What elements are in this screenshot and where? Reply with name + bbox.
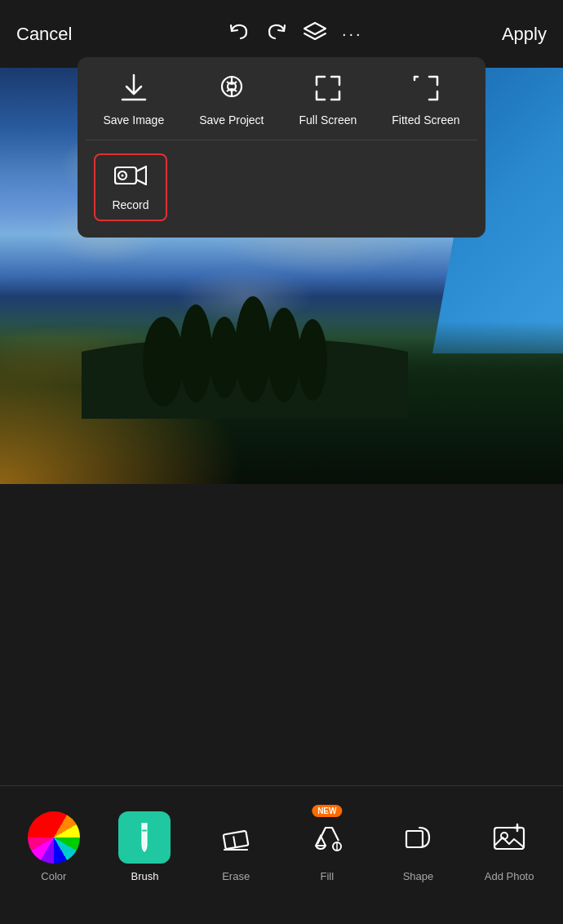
svg-rect-25 xyxy=(494,828,524,849)
eraser-svg xyxy=(218,820,254,855)
fill-icon: NEW xyxy=(301,811,353,864)
svg-point-17 xyxy=(298,319,327,401)
svg-point-10 xyxy=(122,175,124,177)
shape-icon xyxy=(392,811,444,864)
dropdown-menu: Save Image Save Project xyxy=(78,57,485,238)
dropdown-row1: Save Image Save Project xyxy=(86,73,477,140)
fitted-icon xyxy=(411,73,441,107)
fullscreen-icon xyxy=(313,73,343,107)
top-bar-center: ··· xyxy=(228,20,363,49)
picsart-icon xyxy=(219,73,245,107)
save-image-button[interactable]: Save Image xyxy=(95,73,172,127)
color-label: Color xyxy=(41,870,66,882)
fitted-screen-button[interactable]: Fitted Screen xyxy=(383,73,468,127)
svg-point-14 xyxy=(210,317,239,398)
tool-erase[interactable]: Erase xyxy=(203,811,268,882)
top-bar-left: Cancel xyxy=(16,24,88,45)
add-photo-label: Add Photo xyxy=(485,870,534,882)
svg-marker-0 xyxy=(304,23,326,34)
erase-icon xyxy=(210,811,262,864)
addphoto-svg xyxy=(491,820,527,855)
tool-brush[interactable]: Brush xyxy=(112,811,177,882)
bottom-toolbar: Color Brush Erase NEW xyxy=(0,785,563,924)
record-label: Record xyxy=(112,198,149,211)
brush-label: Brush xyxy=(131,870,159,882)
svg-rect-24 xyxy=(406,831,423,847)
cancel-button[interactable]: Cancel xyxy=(16,24,72,45)
trees-silhouette xyxy=(82,255,408,419)
save-project-button[interactable]: Save Project xyxy=(191,73,272,127)
new-badge: NEW xyxy=(312,805,342,817)
svg-point-13 xyxy=(180,304,212,402)
color-wheel xyxy=(28,811,80,864)
dropdown-row2: Record xyxy=(86,140,477,221)
tool-fill[interactable]: NEW Fill xyxy=(295,811,360,882)
brush-svg xyxy=(124,817,166,859)
erase-label: Erase xyxy=(222,870,250,882)
fill-svg xyxy=(309,820,345,855)
more-options-icon[interactable]: ··· xyxy=(342,24,363,43)
full-screen-label: Full Screen xyxy=(299,113,357,127)
tool-color[interactable]: Color xyxy=(21,811,86,882)
record-icon xyxy=(114,163,147,192)
color-icon xyxy=(28,811,80,864)
record-button[interactable]: Record xyxy=(94,153,167,221)
full-screen-button[interactable]: Full Screen xyxy=(290,73,365,127)
svg-point-12 xyxy=(143,317,184,406)
dark-area xyxy=(0,484,563,721)
svg-point-16 xyxy=(268,308,300,402)
brush-icon-bg xyxy=(118,811,171,864)
download-icon xyxy=(121,73,147,107)
add-photo-icon xyxy=(483,811,535,864)
apply-button[interactable]: Apply xyxy=(502,24,547,45)
layers-icon[interactable] xyxy=(303,20,327,49)
shape-svg xyxy=(400,820,436,855)
undo-icon[interactable] xyxy=(228,20,250,48)
save-image-label: Save Image xyxy=(103,113,164,127)
save-project-label: Save Project xyxy=(199,113,264,127)
svg-line-20 xyxy=(233,836,235,847)
svg-point-15 xyxy=(235,296,271,402)
svg-line-7 xyxy=(414,77,437,100)
tool-shape[interactable]: Shape xyxy=(385,811,450,882)
fitted-screen-label: Fitted Screen xyxy=(392,113,459,127)
shape-label: Shape xyxy=(403,870,434,882)
fill-label: Fill xyxy=(320,870,334,882)
redo-icon[interactable] xyxy=(265,20,288,48)
tool-add-photo[interactable]: Add Photo xyxy=(477,811,542,882)
